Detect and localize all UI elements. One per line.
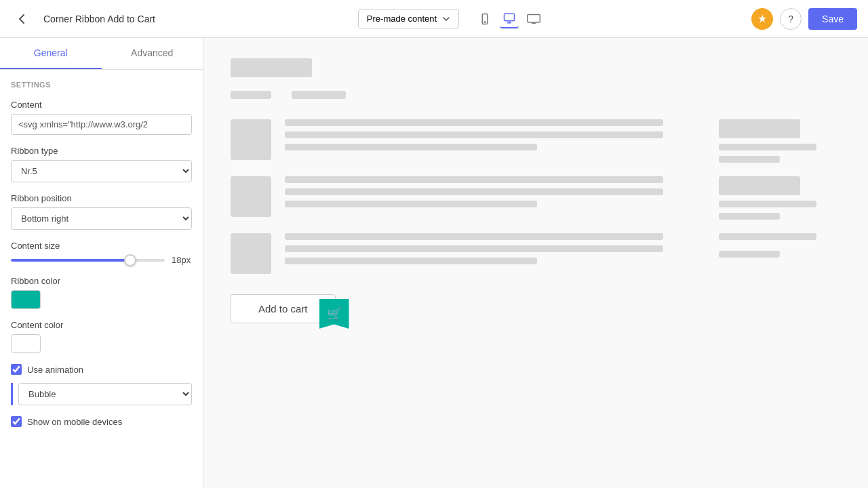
premade-content-button[interactable]: Pre-made content (358, 9, 459, 28)
ribbon-type-select[interactable]: Nr.1 Nr.2 Nr.3 Nr.4 Nr.5 (11, 160, 192, 182)
ribbon-badge: 🛒 (319, 299, 349, 329)
content-size-label: Content size (11, 241, 192, 251)
tab-advanced[interactable]: Advanced (102, 38, 203, 69)
product-meta-2 (719, 176, 841, 220)
content-color-field-group: Content color (11, 320, 192, 353)
show-mobile-label: Show on mobile devices (27, 417, 122, 427)
product-info-2 (285, 176, 705, 207)
ribbon-color-swatch[interactable] (11, 290, 41, 309)
topbar: Corner Ribbon Add to Cart Pre-made conte… (0, 0, 868, 38)
svg-rect-2 (505, 14, 515, 21)
svg-rect-3 (528, 14, 540, 22)
ribbon-type-label: Ribbon type (11, 146, 192, 156)
ribbon-type-field-group: Ribbon type Nr.1 Nr.2 Nr.3 Nr.4 Nr.5 (11, 146, 192, 182)
product-thumb-3 (231, 233, 271, 274)
content-field-group: Content (11, 100, 192, 135)
mobile-icon[interactable] (475, 9, 494, 28)
product-thumb-1 (231, 119, 271, 160)
page-title: Corner Ribbon Add to Cart (43, 14, 155, 24)
star-button[interactable]: ★ (751, 8, 773, 30)
skeleton-lines (231, 91, 841, 99)
product-row-2 (231, 176, 841, 220)
product-meta-1 (719, 119, 841, 163)
svg-point-1 (484, 21, 486, 22)
product-row-3 (231, 233, 841, 274)
back-button[interactable] (11, 8, 33, 30)
animation-select-wrapper: Bubble Bounce Shake Pulse (11, 383, 192, 405)
use-animation-checkbox[interactable] (11, 364, 22, 375)
use-animation-row: Use animation (11, 364, 192, 375)
preview-area: Add to cart 🛒 (203, 38, 868, 488)
ribbon-color-field-group: Ribbon color (11, 276, 192, 309)
content-input[interactable] (11, 114, 192, 135)
product-meta-3 (719, 233, 841, 258)
show-mobile-checkbox[interactable] (11, 416, 22, 427)
animation-type-select[interactable]: Bubble Bounce Shake Pulse (18, 383, 192, 405)
add-to-cart-area: Add to cart 🛒 (231, 294, 336, 323)
product-list (231, 119, 841, 274)
sidebar-content: SETTINGS Content Ribbon type Nr.1 Nr.2 N… (0, 70, 203, 446)
settings-label: SETTINGS (11, 81, 192, 89)
ribbon-cart-icon: 🛒 (327, 306, 342, 321)
content-size-value: 18px (172, 255, 192, 265)
tab-general[interactable]: General (0, 38, 102, 69)
use-animation-label: Use animation (27, 365, 83, 375)
skeleton-line-2 (292, 91, 346, 99)
desktop-icon[interactable] (500, 9, 519, 28)
content-size-slider[interactable] (11, 259, 165, 262)
product-info-1 (285, 119, 705, 150)
product-info-3 (285, 233, 705, 264)
save-button[interactable]: Save (808, 8, 857, 30)
ribbon-position-field-group: Ribbon position Top left Top right Botto… (11, 193, 192, 230)
sidebar-tabs: General Advanced (0, 38, 203, 70)
skeleton-line-1 (231, 91, 271, 99)
product-row-1 (231, 119, 841, 163)
skeleton-title (231, 58, 312, 77)
topbar-right: ★ ? Save (751, 8, 857, 30)
slider-row: 18px (11, 255, 192, 265)
ribbon-position-select[interactable]: Top left Top right Bottom left Bottom ri… (11, 207, 192, 230)
content-color-swatch[interactable] (11, 334, 41, 353)
ribbon-color-label: Ribbon color (11, 276, 192, 286)
device-icons (475, 9, 543, 28)
content-label: Content (11, 100, 192, 110)
sidebar: General Advanced SETTINGS Content Ribbon… (0, 38, 203, 488)
show-mobile-row: Show on mobile devices (11, 416, 192, 427)
content-color-label: Content color (11, 320, 192, 330)
product-thumb-2 (231, 176, 271, 217)
help-button[interactable]: ? (780, 8, 802, 30)
widescreen-icon[interactable] (524, 9, 543, 28)
ribbon-position-label: Ribbon position (11, 193, 192, 203)
content-size-field-group: Content size 18px (11, 241, 192, 265)
main-layout: General Advanced SETTINGS Content Ribbon… (0, 38, 868, 488)
